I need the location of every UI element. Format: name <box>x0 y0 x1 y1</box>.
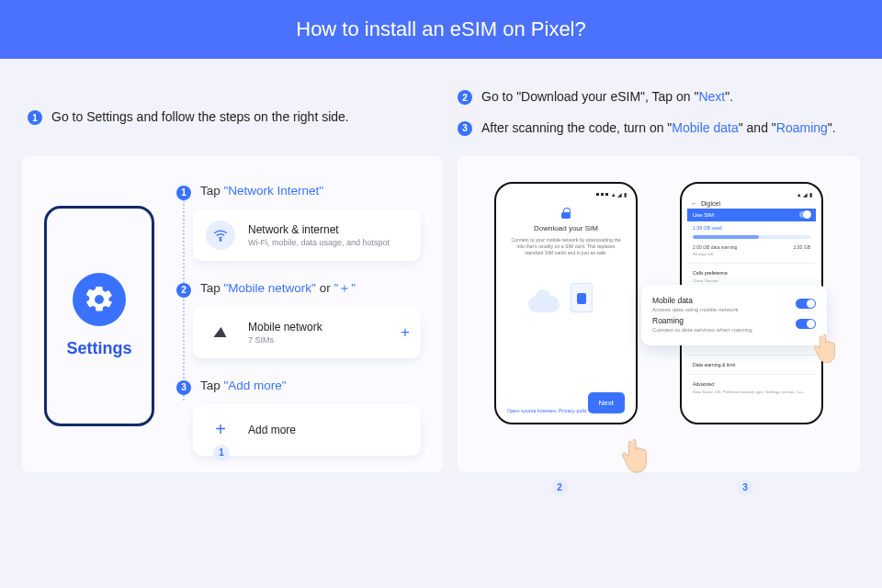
panel-number-1: 1 <box>213 445 230 461</box>
step-badge: 1 <box>176 186 191 200</box>
advanced-sub: Data Saver, 5G, Preferred network type, … <box>687 390 816 397</box>
status-bar: ▲ ◢ ▮ <box>502 191 630 198</box>
gear-icon <box>73 273 126 326</box>
highlight: Mobile data <box>672 120 738 135</box>
carrier-name: Digicel <box>701 200 720 207</box>
step-heading: 1 Tap "Network Internet" <box>176 182 421 200</box>
wifi-icon <box>206 220 235 250</box>
step-list: 1 Tap "Network Internet" Network & inter… <box>176 182 421 456</box>
download-footer: Open source licenses, Privacy polic Next <box>507 392 625 413</box>
mobile-data-row[interactable]: Mobile data Access data using mobile net… <box>652 296 816 312</box>
intro-section: 1 Go to Settings and follow the steps on… <box>0 59 882 153</box>
phone-sim-settings: ▲ ◢ ▮ ← Digicel Use SIM 1.39 GB used 2.0… <box>680 182 823 456</box>
page-title: How to install an eSIM on Pixel? <box>296 17 586 41</box>
panel-number-3: 3 <box>737 480 753 496</box>
hand-cursor-icon <box>616 437 654 476</box>
mobile-network-card[interactable]: Mobile network 7 SIMs + <box>193 307 421 358</box>
intro-item-2: 2 Go to "Download your eSIM", Tap on "Ne… <box>458 86 854 108</box>
carrier-row: ← Digicel <box>687 198 816 209</box>
step-1: 1 Tap "Network Internet" Network & inter… <box>176 182 421 261</box>
phone-download-sim: ▲ ◢ ▮ Download your SIM Connect to your … <box>494 182 638 456</box>
step-3: 3 Tap "Add more" + Add more <box>176 377 421 456</box>
toggle-on-icon[interactable] <box>796 299 816 309</box>
panel-number-2: 2 <box>551 480 568 496</box>
card-title: Mobile network <box>248 321 322 334</box>
hand-cursor-icon <box>808 333 842 366</box>
mobile-data-title: Mobile data <box>652 296 739 305</box>
svg-point-0 <box>220 239 221 241</box>
legal-links[interactable]: Open source licenses, Privacy polic <box>507 408 587 413</box>
toggle-on-icon[interactable] <box>799 211 810 218</box>
signal-icon <box>206 318 235 347</box>
step-badge: 2 <box>458 90 472 105</box>
step-badge: 3 <box>458 121 472 136</box>
intro-text: Go to Settings and follow the steps on t… <box>51 107 349 129</box>
right-panel: ▲ ◢ ▮ Download your SIM Connect to your … <box>458 156 860 472</box>
phone-shell: ▲ ◢ ▮ Download your SIM Connect to your … <box>494 182 638 424</box>
data-progress <box>693 235 810 239</box>
back-icon[interactable]: ← <box>691 200 697 207</box>
highlight: Roaming <box>776 120 828 135</box>
roaming-row[interactable]: Roaming Connect to data services when ro… <box>652 316 816 333</box>
toggle-callout: Mobile data Access data using mobile net… <box>641 285 827 345</box>
intro-item-1: 1 Go to Settings and follow the steps on… <box>28 107 424 129</box>
intro-right: 2 Go to "Download your eSIM", Tap on "Ne… <box>458 86 854 140</box>
phone-mock-label: Settings <box>66 339 131 358</box>
step-2: 2 Tap "Mobile network" or "＋" Mobile net… <box>176 279 421 358</box>
download-subtitle: Connect to your mobile network by downlo… <box>511 237 621 256</box>
advanced-label[interactable]: Advanced <box>687 379 816 390</box>
highlight: Next <box>698 89 725 104</box>
step-heading: 3 Tap "Add more" <box>176 377 421 395</box>
plus-icon[interactable]: + <box>401 323 410 342</box>
step-heading: 2 Tap "Mobile network" or "＋" <box>176 279 421 298</box>
roaming-sub: Connect to data services when roaming <box>652 326 752 333</box>
next-button[interactable]: Next <box>588 392 625 413</box>
step-badge: 1 <box>28 110 42 125</box>
data-row: 2.00 GB data warning2.00 GB <box>687 243 816 252</box>
data-used: 1.39 GB used <box>687 221 816 233</box>
roaming-title: Roaming <box>652 316 752 325</box>
left-panel: Settings 1 Tap "Network Internet" Networ… <box>22 156 443 472</box>
card-subtitle: Wi-Fi, mobile, data usage, and hotspot <box>248 238 390 247</box>
card-title: Network & internet <box>248 223 390 236</box>
download-title: Download your SIM <box>507 224 625 232</box>
card-title: Add more <box>248 424 296 436</box>
status-bar: ▲ ◢ ▮ <box>687 191 816 198</box>
intro-item-3: 3 After scanning the code, turn on "Mobi… <box>458 118 854 140</box>
intro-text: After scanning the code, turn on "Mobile… <box>481 118 836 140</box>
panels: Settings 1 Tap "Network Internet" Networ… <box>0 153 882 491</box>
phone-mock-settings: Settings <box>44 206 154 426</box>
network-internet-card[interactable]: Network & internet Wi-Fi, mobile, data u… <box>193 209 421 261</box>
sim-illustration <box>526 281 605 316</box>
card-subtitle: 7 SIMs <box>248 335 322 345</box>
page-header: How to install an eSIM on Pixel? <box>0 0 882 59</box>
plus-icon: + <box>206 415 235 445</box>
step-badge: 2 <box>176 283 191 298</box>
days-left: 30 days left <box>687 252 816 259</box>
toggle-on-icon[interactable] <box>796 319 816 329</box>
lock-icon <box>561 208 571 219</box>
use-sim-row[interactable]: Use SIM <box>687 209 816 221</box>
intro-text: Go to "Download your eSIM", Tap on "Next… <box>481 86 733 108</box>
data-limit-label[interactable]: Data warning & limit <box>687 359 816 370</box>
mobile-data-sub: Access data using mobile network <box>652 306 739 312</box>
calls-pref-label[interactable]: Calls preference <box>687 267 816 278</box>
intro-left: 1 Go to Settings and follow the steps on… <box>28 86 424 140</box>
step-badge: 3 <box>176 380 191 395</box>
